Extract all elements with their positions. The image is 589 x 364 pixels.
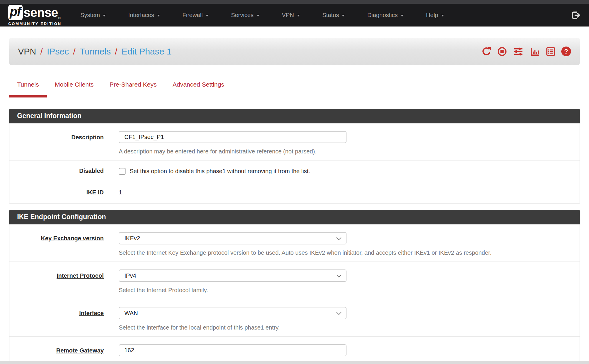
tab-pre-shared-keys[interactable]: Pre-Shared Keys [102,80,165,97]
description-input[interactable] [119,131,347,143]
key-exchange-version-value: IKEv2 [124,235,140,242]
community-edition-label: COMMUNITY EDITION [8,21,61,26]
help-icon-glyph: ? [564,48,568,55]
help-icon[interactable]: ? [561,47,571,56]
breadcrumb-root: VPN [18,47,36,57]
interface-value: WAN [124,310,138,317]
interface-help: Select the interface for the local endpo… [119,324,571,331]
refresh-icon[interactable] [481,47,491,57]
caret-down-icon [103,15,106,16]
section-header-general-information: General Information [9,109,580,123]
breadcrumb-link-ipsec[interactable]: IPsec [47,47,69,57]
description-row: Description A description may be entered… [9,123,580,161]
disabled-label: Disabled [9,168,104,175]
key-exchange-version-label: Key Exchange version [9,232,104,256]
nav-item-label: Firewall [182,12,203,19]
caret-down-icon [342,15,345,16]
key-exchange-version-select[interactable]: IKEv2 [119,232,347,244]
pfsense-logo-pf: pf [8,5,23,20]
caret-down-icon [157,15,160,16]
window-top-strip [0,0,589,4]
internet-protocol-select[interactable]: IPv4 [119,269,347,282]
top-navbar: pf sense ® COMMUNITY EDITION System Inte… [0,4,589,27]
tab-bar: Tunnels Mobile Clients Pre-Shared Keys A… [9,80,580,97]
caret-down-icon [206,15,209,16]
nav-item-help[interactable]: Help [426,12,444,19]
nav-item-label: System [80,12,100,19]
breadcrumb-link-tunnels[interactable]: Tunnels [80,47,111,57]
caret-down-icon [257,15,260,16]
section-header-ike-endpoint: IKE Endpoint Configuration [9,210,580,224]
description-label: Description [9,131,104,155]
chevron-down-icon [336,310,341,315]
ike-id-value: 1 [119,189,122,196]
nav-item-label: VPN [282,12,294,19]
internet-protocol-help: Select the Internet Protocol family. [119,287,571,294]
internet-protocol-row: Internet Protocol IPv4 Select the Intern… [9,262,580,299]
nav-item-label: Interfaces [128,12,154,19]
log-list-icon[interactable] [546,47,556,57]
nav-item-system[interactable]: System [80,12,106,19]
remote-gateway-row: Remote Gateway Enter the public IP addre… [9,337,580,364]
nav-item-firewall[interactable]: Firewall [182,12,209,19]
navbar-menu: System Interfaces Firewall Services VPN … [80,12,444,19]
bar-chart-icon[interactable] [529,47,540,57]
page-action-icons: ? [481,47,571,57]
breadcrumb: VPN / IPsec / Tunnels / Edit Phase 1 [18,47,172,57]
remote-gateway-input[interactable] [119,344,347,356]
stop-circle-icon[interactable] [497,47,507,57]
tab-mobile-clients[interactable]: Mobile Clients [47,80,102,97]
breadcrumb-link-edit-phase-1[interactable]: Edit Phase 1 [121,47,171,57]
ike-id-label: IKE ID [9,189,104,196]
nav-item-label: Help [426,12,438,19]
caret-down-icon [401,15,404,16]
nav-item-status[interactable]: Status [322,12,345,19]
breadcrumb-separator: / [73,47,75,57]
nav-item-label: Services [231,12,254,19]
disabled-row: Disabled Set this option to disable this… [9,161,580,182]
interface-label: Interface [9,307,104,331]
nav-item-interfaces[interactable]: Interfaces [128,12,160,19]
sign-out-icon[interactable] [570,10,581,21]
registered-mark: ® [58,16,61,20]
internet-protocol-value: IPv4 [124,272,136,279]
sliders-icon[interactable] [513,47,524,57]
general-information-body: Description A description may be entered… [9,123,580,203]
nav-item-label: Status [322,12,339,19]
pfsense-logo-sense: sense [24,6,58,19]
bottom-edge-strip [0,361,589,364]
pfsense-logo[interactable]: pf sense ® COMMUNITY EDITION [8,5,61,26]
tab-advanced-settings[interactable]: Advanced Settings [165,80,232,97]
ike-endpoint-body: Key Exchange version IKEv2 Select the In… [9,224,580,364]
general-information-panel: General Information Description A descri… [9,109,580,203]
breadcrumb-separator: / [40,47,43,57]
description-help: A description may be entered here for ad… [119,148,571,155]
nav-item-services[interactable]: Services [231,12,260,19]
nav-item-vpn[interactable]: VPN [282,12,300,19]
internet-protocol-label: Internet Protocol [9,269,104,294]
ike-endpoint-panel: IKE Endpoint Configuration Key Exchange … [9,210,580,364]
breadcrumb-separator: / [115,47,117,57]
nav-item-diagnostics[interactable]: Diagnostics [367,12,403,19]
nav-item-label: Diagnostics [367,12,397,19]
disabled-checkbox[interactable] [119,168,126,175]
key-exchange-version-help: Select the Internet Key Exchange protoco… [119,249,571,256]
caret-down-icon [297,15,300,16]
interface-row: Interface WAN Select the interface for t… [9,299,580,337]
disabled-checkbox-label: Set this option to disable this phase1 w… [130,168,310,175]
chevron-down-icon [336,272,341,277]
ike-id-row: IKE ID 1 [9,182,580,203]
caret-down-icon [441,15,444,16]
breadcrumb-bar: VPN / IPsec / Tunnels / Edit Phase 1 [9,38,580,65]
tab-tunnels[interactable]: Tunnels [9,80,47,97]
key-exchange-version-row: Key Exchange version IKEv2 Select the In… [9,224,580,262]
interface-select[interactable]: WAN [119,307,347,319]
chevron-down-icon [336,235,341,240]
